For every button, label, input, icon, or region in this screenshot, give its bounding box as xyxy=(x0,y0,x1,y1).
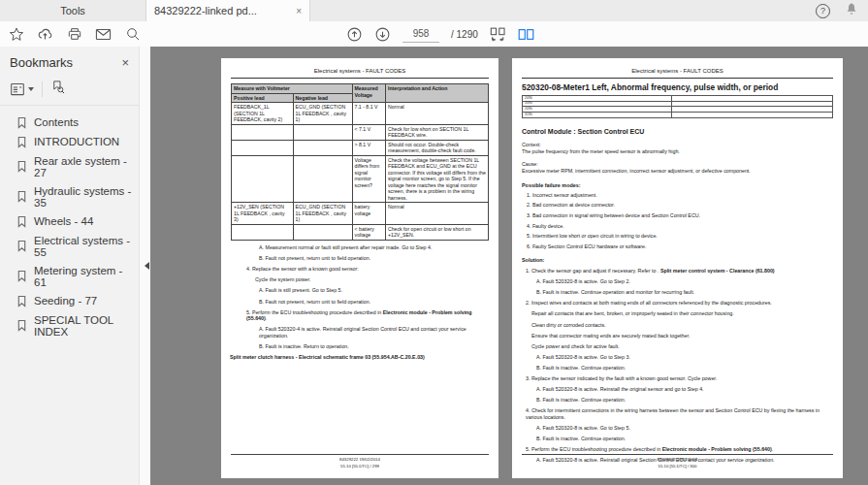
solution-heading: Solution: xyxy=(522,257,833,263)
cell-negative-lead xyxy=(293,224,352,240)
toolbar: / 1290 xyxy=(0,21,868,48)
pdf-viewer-canvas[interactable]: Electrical systems - FAULT CODES Measure… xyxy=(150,47,868,485)
line-text: A. Fault 520320-8 is active. Go to Step … xyxy=(536,354,630,360)
line-text: B. Fault is inactive. Continue operation… xyxy=(536,289,694,295)
cell-positive-lead xyxy=(232,140,294,155)
solution-line: 2. Inspect wires and contacts at both ma… xyxy=(526,300,833,307)
bookmark-options-icon[interactable] xyxy=(10,82,34,96)
procedure-line: A. Fault is still present. Go to Step 5. xyxy=(259,287,489,294)
context-label: Context: xyxy=(522,142,833,147)
procedure-line: A. Fault 520320-4 is active. Reinstall o… xyxy=(259,326,489,339)
table-header-measure: Measure with Voltmeter xyxy=(232,84,353,94)
solution-line: B. Fault is inactive. Continue operation… xyxy=(536,365,833,372)
line-text: 4. Replace the sensor with a known good … xyxy=(246,266,359,272)
page-number-input[interactable] xyxy=(402,25,439,43)
bookmark-item[interactable]: SPECIAL TOOL INDEX xyxy=(0,310,139,340)
solution-line: A. Fault 520320-8 is active. Go to Step … xyxy=(536,278,833,285)
find-bookmark-icon[interactable] xyxy=(50,80,65,98)
bookmark-item-label: Wheels - 44 xyxy=(34,215,93,227)
bookmark-icon xyxy=(16,215,27,228)
line-text: A. Fault 520320-8 is active. Go to Step … xyxy=(536,278,630,284)
line-text: B. Fault not present, return unit to fie… xyxy=(259,255,370,261)
table-row: FEEDBACK_1L (SECTION 1L FEEDBACK, cavity… xyxy=(232,103,489,125)
line-text: B. Fault is inactive. Continue operation… xyxy=(536,397,626,403)
bookmark-icon xyxy=(16,116,27,129)
failure-mode-item: 1. Incorrect sensor adjustment. xyxy=(527,192,833,199)
bell-icon[interactable] xyxy=(845,2,858,19)
procedure-line: A. Measurement normal or fault still pre… xyxy=(259,244,489,251)
code-row: 3190 xyxy=(523,113,833,118)
line-bold-text: Split meter clutch harness - Electrical … xyxy=(230,354,425,360)
line-text: B. Fault not present, return unit to fie… xyxy=(259,299,370,305)
tab-close-icon[interactable]: × xyxy=(296,6,302,16)
bookmark-item[interactable]: Rear axle system - 27 xyxy=(0,151,139,181)
bookmark-item[interactable]: Electrical systems - 55 xyxy=(0,231,139,261)
collapse-panel-icon[interactable] xyxy=(145,262,149,270)
line-text: 5. Perform the ECU troubleshooting proce… xyxy=(246,309,383,315)
bookmark-icon xyxy=(16,190,27,203)
toolbar-divider xyxy=(42,81,43,97)
cell-negative-lead: ECU_GND (SECTION 1L FEEDBACK , cavity 1) xyxy=(293,203,352,225)
table-row: > 8.1 V Should not occur. Double-check m… xyxy=(232,140,489,155)
bookmark-icon xyxy=(16,160,27,173)
print-icon[interactable] xyxy=(66,26,82,43)
tab-tools[interactable]: Tools xyxy=(0,0,146,21)
line-text: A. Measurement normal or fault still pre… xyxy=(259,244,432,250)
two-page-view-icon[interactable] xyxy=(518,26,534,43)
procedure-line: B. Fault is inactive. Return to operatio… xyxy=(259,343,489,350)
procedure-line: Cycle the system power. xyxy=(255,276,489,283)
cell-interpretation: Check for open circuit or low short on +… xyxy=(385,224,488,240)
search-zoom-icon[interactable] xyxy=(124,26,141,43)
bookmark-item[interactable]: Seeding - 77 xyxy=(0,291,139,310)
solution-line: 5. Perform the ECU troubleshooting proce… xyxy=(526,446,833,453)
page-total-label: / 1290 xyxy=(451,29,478,40)
failure-modes-heading: Possible failure modes: xyxy=(522,182,833,188)
share-cloud-icon[interactable] xyxy=(37,26,53,43)
bookmark-item[interactable]: Metering system - 61 xyxy=(0,261,139,291)
cell-negative-lead xyxy=(293,140,352,155)
procedure-line: 5. Perform the ECU troubleshooting proce… xyxy=(246,309,489,322)
star-bookmark-icon[interactable] xyxy=(8,26,24,43)
organize-pages-icon[interactable] xyxy=(490,26,506,43)
solution-line: B. Fault is inactive. Continue operation… xyxy=(536,436,833,442)
cell-interpretation: Check the voltage between SECTION 1L FEE… xyxy=(385,155,488,203)
previous-page-icon[interactable] xyxy=(346,26,363,43)
page-footer: 84329222 19/02/2014 55.10 [55.DTC] / 300 xyxy=(522,454,833,469)
bookmark-icon xyxy=(16,136,27,148)
context-body: The pulse frequency from the meter speed… xyxy=(522,148,833,155)
fault-code-title: 520320-08-Meter1 Left, Abnormal frequenc… xyxy=(522,83,833,92)
cell-interpretation: Check for low short on SECTION 1L FEEDBA… xyxy=(385,124,488,140)
code-cell: 3190 xyxy=(523,113,672,118)
line-text: 2. Inspect wires and contacts at both ma… xyxy=(526,300,772,306)
cell-positive-lead xyxy=(232,224,294,240)
bookmark-item[interactable]: INTRODUCTION xyxy=(0,132,139,151)
solution-line: A. Fault 520320-8 is active. Go to Step … xyxy=(536,425,833,432)
table-row: Voltage differs from signal monitor scre… xyxy=(232,155,489,203)
solution-lines: 1. Check the sensor gap and adjust if ne… xyxy=(512,268,843,464)
bookmarks-close-icon[interactable]: × xyxy=(121,55,129,70)
solution-line: 3. Replace the sensor indicated by the f… xyxy=(526,375,833,382)
cause-label: Cause: xyxy=(522,161,833,167)
table-header-action: Interpretation and Action xyxy=(385,84,488,103)
cell-measured-voltage: 7.1 - 8.1 V xyxy=(352,103,385,125)
bookmark-item[interactable]: Wheels - 44 xyxy=(0,211,139,231)
bookmark-item-label: INTRODUCTION xyxy=(34,136,119,147)
bookmark-item[interactable]: Hydraulic systems - 35 xyxy=(0,181,139,211)
email-icon[interactable] xyxy=(95,26,112,43)
bookmark-icon xyxy=(16,319,27,332)
failure-mode-item: 3. Bad connection in signal wiring betwe… xyxy=(527,212,833,219)
header-rule xyxy=(231,78,489,79)
cell-positive-lead xyxy=(232,155,294,203)
tab-document[interactable]: 84329222-linked pd... × xyxy=(146,0,310,21)
bookmark-icon xyxy=(16,270,27,282)
help-icon[interactable]: ? xyxy=(816,4,830,18)
cell-negative-lead: ECU_GND (SECTION 1L FEEDBACK , cavity 1) xyxy=(293,103,352,125)
bookmark-item[interactable]: Contents xyxy=(0,113,139,132)
line-text: Clean dirty or corroded contacts. xyxy=(531,322,606,328)
next-page-icon[interactable] xyxy=(374,26,391,43)
line-text: A. Fault 520320-4 is active. Reinstall o… xyxy=(259,326,466,339)
fault-code-table: 2090 3390 2090 3190 xyxy=(522,95,833,117)
solution-line: Repair all contacts that are bent, broke… xyxy=(531,310,833,317)
failure-modes-list: 1. Incorrect sensor adjustment. 2. Bad c… xyxy=(512,192,843,250)
line-text: A. Fault 520320-8 is active. Go to Step … xyxy=(536,425,630,431)
